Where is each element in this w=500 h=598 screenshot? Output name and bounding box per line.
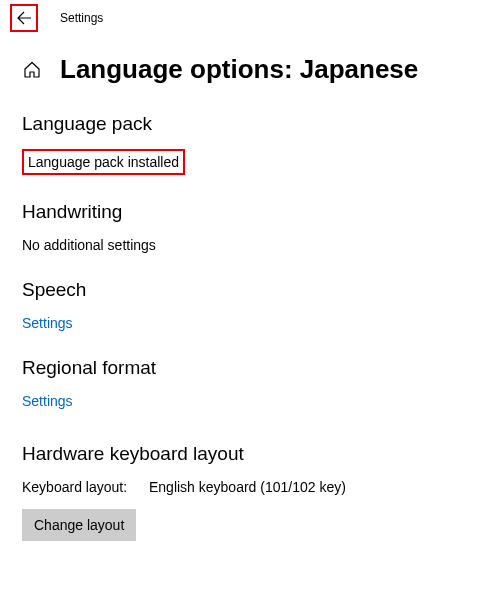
section-heading-hardware-keyboard: Hardware keyboard layout [22,443,478,465]
keyboard-layout-label: Keyboard layout: [22,479,127,495]
back-arrow-icon [16,10,32,26]
app-title: Settings [60,11,103,25]
section-speech: Speech Settings [22,279,478,331]
keyboard-layout-row: Keyboard layout: English keyboard (101/1… [22,479,478,495]
section-heading-regional-format: Regional format [22,357,478,379]
language-pack-status-highlight: Language pack installed [22,149,185,175]
back-button[interactable] [10,4,38,32]
section-heading-language-pack: Language pack [22,113,478,135]
page-title-row: Language options: Japanese [22,54,478,85]
section-hardware-keyboard: Hardware keyboard layout Keyboard layout… [22,443,478,541]
handwriting-status: No additional settings [22,237,478,253]
speech-settings-link[interactable]: Settings [22,315,478,331]
section-heading-speech: Speech [22,279,478,301]
section-language-pack: Language pack Language pack installed [22,113,478,175]
header-bar: Settings [0,0,500,36]
page-title: Language options: Japanese [60,54,418,85]
regional-format-settings-link[interactable]: Settings [22,393,478,409]
home-icon[interactable] [22,60,42,80]
section-handwriting: Handwriting No additional settings [22,201,478,253]
keyboard-layout-value: English keyboard (101/102 key) [149,479,346,495]
content-area: Language options: Japanese Language pack… [0,54,500,541]
section-heading-handwriting: Handwriting [22,201,478,223]
language-pack-status: Language pack installed [28,154,179,170]
change-layout-button[interactable]: Change layout [22,509,136,541]
section-regional-format: Regional format Settings [22,357,478,409]
